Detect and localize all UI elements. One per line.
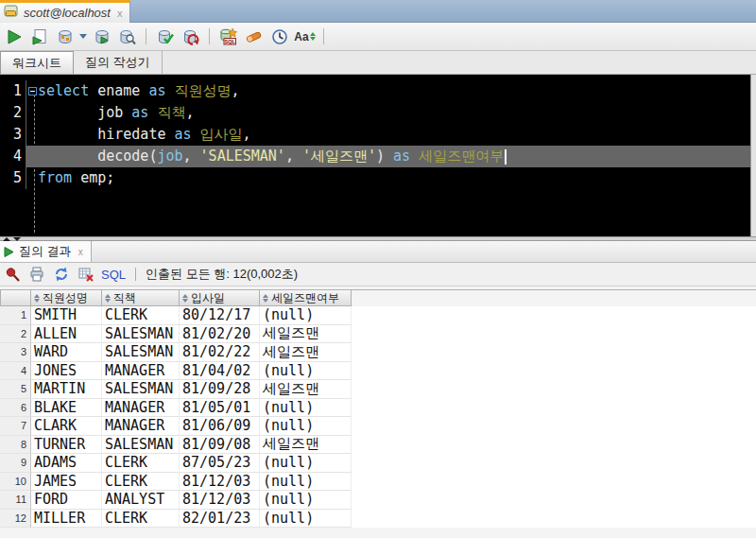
- grid-cell[interactable]: 81/05/01: [180, 399, 260, 418]
- sql-history-button[interactable]: [267, 26, 291, 48]
- clear-button[interactable]: [242, 26, 266, 48]
- tab-query-builder[interactable]: 질의 작성기: [74, 51, 163, 74]
- grid-cell[interactable]: (null): [260, 473, 352, 492]
- grid-cell[interactable]: ALLEN: [31, 325, 102, 344]
- grid-cell[interactable]: 세일즈맨: [260, 325, 352, 344]
- line-number: 5: [0, 167, 26, 189]
- grid-cell[interactable]: 세일즈맨: [260, 436, 352, 455]
- grid-cell[interactable]: (null): [260, 491, 352, 510]
- editor-line[interactable]: 5from emp;: [0, 167, 756, 189]
- collapse-up-icon[interactable]: [3, 237, 10, 241]
- grid-cell[interactable]: 87/05/23: [180, 454, 260, 473]
- grid-cell[interactable]: 80/12/17: [180, 306, 260, 325]
- table-row[interactable]: 1SMITHCLERK80/12/17(null): [0, 306, 756, 325]
- column-header-salesman-flag[interactable]: 세일즈맨여부: [260, 290, 352, 306]
- table-row[interactable]: 7CLARKMANAGER81/06/09(null): [0, 417, 756, 436]
- grid-cell[interactable]: SMITH: [31, 306, 102, 325]
- tab-query-result[interactable]: 질의 결과 x: [0, 241, 92, 262]
- tab-worksheet[interactable]: 워크시트: [0, 51, 74, 74]
- table-row[interactable]: 3WARDSALESMAN81/02/22세일즈맨: [0, 343, 756, 362]
- row-number-cell: 1: [0, 306, 31, 325]
- editor-scrollbar[interactable]: [750, 75, 756, 236]
- grid-cell[interactable]: MANAGER: [102, 417, 180, 436]
- print-button[interactable]: [27, 265, 46, 284]
- grid-cell[interactable]: CLARK: [31, 417, 102, 436]
- run-script-button[interactable]: [27, 26, 51, 48]
- editor-line[interactable]: 4 decode(job, 'SALESMAN', '세일즈맨') as 세일즈…: [0, 146, 756, 167]
- sql-editor[interactable]: 1select ename as 직원성명,2 job as 직책,3 hire…: [0, 75, 756, 236]
- grid-cell[interactable]: 세일즈맨: [260, 343, 352, 362]
- grid-cell[interactable]: JAMES: [31, 473, 102, 492]
- grid-cell[interactable]: FORD: [31, 491, 102, 510]
- grid-cell[interactable]: 세일즈맨: [260, 380, 352, 399]
- collapse-down-icon[interactable]: [13, 237, 21, 241]
- monitor-sql-button[interactable]: SQL: [216, 26, 240, 48]
- result-tab-close-icon[interactable]: x: [78, 247, 83, 257]
- grid-cell[interactable]: MANAGER: [102, 399, 180, 418]
- grid-cell[interactable]: (null): [260, 454, 352, 473]
- grid-cell[interactable]: 81/04/02: [180, 362, 260, 381]
- grid-cell[interactable]: 81/09/08: [180, 436, 260, 455]
- table-row[interactable]: 2ALLENSALESMAN81/02/20세일즈맨: [0, 325, 756, 344]
- grid-cell[interactable]: 81/12/03: [180, 473, 260, 492]
- tab-scott-localhost[interactable]: scott@localhost x: [0, 0, 130, 23]
- grid-cell[interactable]: (null): [260, 417, 352, 436]
- explain-plan-dropdown-icon[interactable]: [78, 34, 88, 39]
- table-row[interactable]: 11FORDANALYST81/12/03(null): [0, 491, 756, 510]
- grid-cell[interactable]: MANAGER: [102, 362, 180, 381]
- column-header-job[interactable]: 직책: [102, 290, 180, 306]
- table-row[interactable]: 9ADAMSCLERK87/05/23(null): [0, 454, 756, 473]
- grid-cell[interactable]: WARD: [31, 343, 102, 362]
- table-row[interactable]: 12MILLERCLERK82/01/23(null): [0, 510, 756, 529]
- grid-cell[interactable]: CLERK: [102, 510, 180, 529]
- cancel-grid-button[interactable]: [77, 265, 95, 284]
- grid-cell[interactable]: 82/01/23: [180, 510, 260, 529]
- table-row[interactable]: 8TURNERSALESMAN81/09/08세일즈맨: [0, 436, 756, 455]
- grid-cell[interactable]: 81/09/28: [180, 380, 260, 399]
- change-case-button[interactable]: Aa: [293, 26, 317, 48]
- grid-cell[interactable]: MILLER: [31, 510, 102, 529]
- grid-cell[interactable]: ADAMS: [31, 454, 102, 473]
- grid-cell[interactable]: SALESMAN: [102, 436, 180, 455]
- sql-link[interactable]: SQL: [101, 268, 126, 282]
- autotrace-button[interactable]: [90, 26, 113, 48]
- grid-cell[interactable]: 81/02/22: [180, 343, 260, 362]
- grid-cell[interactable]: (null): [260, 399, 352, 418]
- grid-cell[interactable]: TURNER: [31, 436, 102, 455]
- grid-cell[interactable]: SALESMAN: [102, 325, 180, 344]
- grid-cell[interactable]: 81/02/20: [180, 325, 260, 344]
- column-header-hiredate[interactable]: 입사일: [180, 290, 260, 306]
- table-row[interactable]: 6BLAKEMANAGER81/05/01(null): [0, 399, 756, 418]
- run-statement-button[interactable]: [2, 26, 26, 48]
- grid-cell[interactable]: (null): [260, 362, 352, 381]
- rollback-icon: [182, 28, 199, 45]
- table-row[interactable]: 5MARTINSALESMAN81/09/28세일즈맨: [0, 380, 756, 399]
- refresh-button[interactable]: [52, 265, 71, 284]
- doc-tab-close-icon[interactable]: x: [117, 8, 123, 19]
- explain-plan-button[interactable]: [53, 26, 77, 48]
- commit-button[interactable]: [153, 26, 177, 48]
- editor-line[interactable]: 3 hiredate as 입사일,: [0, 124, 756, 146]
- fold-collapse-icon[interactable]: [28, 87, 37, 95]
- table-row[interactable]: 10JAMESCLERK81/12/03(null): [0, 473, 756, 492]
- grid-cell[interactable]: BLAKE: [31, 399, 102, 418]
- grid-cell[interactable]: (null): [260, 306, 352, 325]
- grid-cell[interactable]: SALESMAN: [102, 380, 180, 399]
- grid-cell[interactable]: 81/12/03: [180, 491, 260, 510]
- grid-cell[interactable]: (null): [260, 510, 352, 529]
- grid-cell[interactable]: CLERK: [102, 306, 180, 325]
- editor-line[interactable]: 1select ename as 직원성명,: [0, 80, 756, 102]
- pin-button[interactable]: [3, 265, 22, 284]
- grid-cell[interactable]: CLERK: [102, 454, 180, 473]
- editor-line[interactable]: 2 job as 직책,: [0, 102, 756, 124]
- table-row[interactable]: 4JONESMANAGER81/04/02(null): [0, 362, 756, 381]
- grid-cell[interactable]: SALESMAN: [102, 343, 180, 362]
- grid-cell[interactable]: 81/06/09: [180, 417, 260, 436]
- grid-cell[interactable]: MARTIN: [31, 380, 102, 399]
- grid-cell[interactable]: JONES: [31, 362, 102, 381]
- column-header-employee-name[interactable]: 직원성명: [31, 290, 102, 306]
- grid-cell[interactable]: ANALYST: [102, 491, 180, 510]
- grid-cell[interactable]: CLERK: [102, 473, 180, 492]
- rollback-button[interactable]: [179, 26, 202, 48]
- sql-tuning-button[interactable]: [115, 26, 139, 48]
